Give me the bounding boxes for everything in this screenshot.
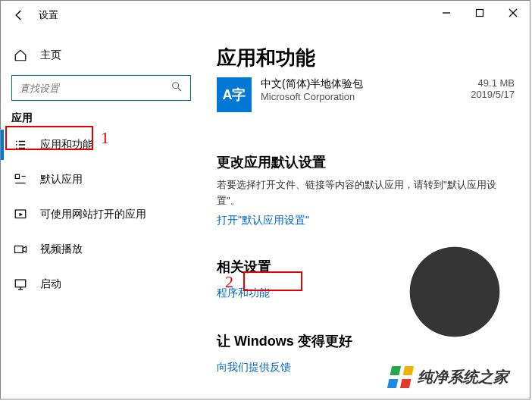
app-name: 中文(简体)半地体验包 [261,77,471,91]
minimize-icon [442,8,451,17]
search-icon [171,80,183,96]
sidebar-item-label: 视频播放 [40,243,83,256]
search-box[interactable] [11,75,191,101]
svg-marker-8 [20,213,23,217]
sidebar-item-label: 可使用网站打开的应用 [40,208,146,221]
defaults-link[interactable]: 打开"默认应用设置" [217,214,309,227]
defaults-title: 更改应用默认设置 [217,153,515,171]
arrow-left-icon [12,8,26,22]
svg-rect-1 [477,10,483,17]
active-indicator [1,130,4,160]
back-button[interactable] [8,5,30,26]
svg-rect-4 [15,174,19,178]
sidebar-section-header: 应用 [1,111,202,125]
sidebar-home[interactable]: 主页 [1,40,202,70]
sidebar-item-video-playback[interactable]: 视频播放 [1,234,202,265]
page-title: 应用和功能 [217,45,515,71]
maximize-button[interactable] [463,1,496,25]
app-meta: 中文(简体)半地体验包 Microsoft Corporation [261,77,471,102]
window-controls [430,1,530,25]
minimize-button[interactable] [430,1,463,25]
startup-icon [11,277,30,291]
close-button[interactable] [496,1,530,25]
sidebar-home-label: 主页 [40,49,61,62]
sidebar-item-apps-features[interactable]: 应用和功能 [1,130,202,160]
home-icon [11,49,30,62]
sidebar-item-startup[interactable]: 启动 [1,269,202,299]
sidebar-item-label: 默认应用 [40,173,83,186]
watermark-logo [405,243,504,341]
app-size: 49.1 MB [471,77,515,89]
defaults-icon [11,173,30,186]
titlebar: 设置 [1,1,530,30]
maximize-icon [475,8,484,17]
web-apps-icon [11,208,30,221]
settings-window: 设置 主页 应用 [0,0,530,399]
window-title: 设置 [39,8,58,22]
sidebar-item-web-apps[interactable]: 可使用网站打开的应用 [1,199,202,230]
svg-rect-10 [15,280,26,287]
feedback-link[interactable]: 向我们提供反馈 [217,361,291,374]
app-list-item[interactable]: A字 中文(简体)半地体验包 Microsoft Corporation 49.… [217,77,515,112]
programs-features-link[interactable]: 程序和功能 [217,287,270,300]
brand-watermark: 纯净系统之家 [390,366,509,388]
search-input[interactable] [20,83,171,94]
sidebar-item-default-apps[interactable]: 默认应用 [1,164,202,195]
svg-line-3 [178,88,181,91]
defaults-section: 更改应用默认设置 若要选择打开文件、链接等内容的默认应用，请转到"默认应用设置"… [217,153,515,227]
app-publisher: Microsoft Corporation [261,91,471,102]
brand-icon [387,366,414,388]
svg-rect-9 [15,246,23,253]
sidebar: 主页 应用 应用和功能 默认应用 可使用网站打开的应用 [1,30,202,399]
video-icon [11,243,30,256]
app-tile-icon: A字 [217,77,252,112]
app-date: 2019/5/17 [471,89,515,100]
defaults-desc: 若要选择打开文件、链接等内容的默认应用，请转到"默认应用设置"。 [217,177,515,209]
app-right-info: 49.1 MB 2019/5/17 [471,77,515,100]
sidebar-item-label: 应用和功能 [40,138,93,152]
content-area: 应用和功能 A字 中文(简体)半地体验包 Microsoft Corporati… [217,30,530,399]
sidebar-item-label: 启动 [40,277,61,291]
list-icon [11,138,30,152]
svg-point-2 [173,83,179,89]
brand-text: 纯净系统之家 [418,367,509,387]
close-icon [509,8,518,17]
